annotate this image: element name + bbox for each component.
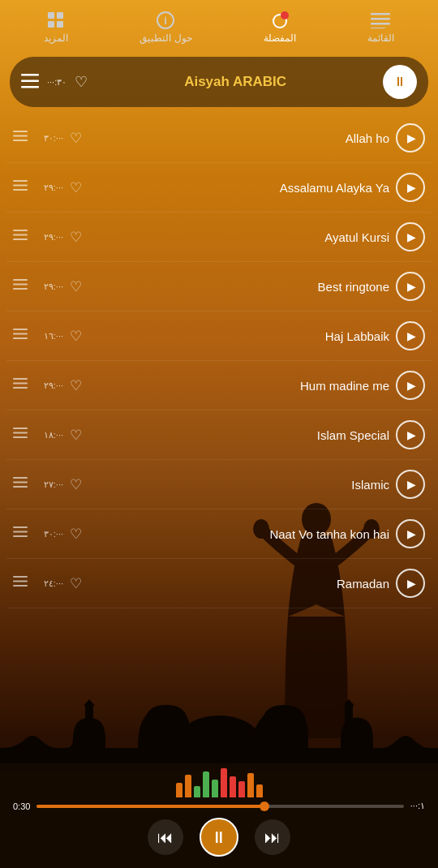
song-duration: ···:٣٠ [39, 133, 63, 144]
next-button[interactable]: ⏭ [255, 819, 290, 855]
svg-rect-37 [13, 333, 28, 335]
nav-label-about: حول التطبيق [140, 32, 191, 44]
song-heart-icon[interactable]: ♡ [70, 377, 88, 394]
song-menu-icon [13, 328, 32, 343]
play-icon: ▶ [407, 181, 416, 194]
song-play-button[interactable]: ▶ [396, 569, 425, 598]
song-duration: ···:٣٠ [39, 529, 63, 539]
nav-item-more[interactable]: المزيد [44, 11, 68, 44]
svg-rect-46 [13, 482, 28, 483]
eq-bar-7 [230, 776, 236, 797]
song-heart-icon[interactable]: ♡ [70, 130, 88, 147]
song-play-button[interactable]: ▶ [396, 470, 425, 499]
song-row-5: ···:١٦ ♡ Haj Labbaik ▶ [6, 312, 432, 361]
nav-label-favorites: المفضلة [264, 32, 296, 44]
nav-label-queue: القائمة [367, 32, 394, 44]
song-heart-icon[interactable]: ♡ [70, 427, 88, 444]
pause-icon: ⏸ [393, 75, 406, 89]
svg-rect-25 [13, 135, 28, 137]
play-icon: ▶ [407, 230, 416, 243]
song-menu-icon [13, 179, 32, 195]
queue-icon [369, 11, 392, 29]
eq-bar-5 [212, 780, 218, 797]
info-icon: i [154, 11, 177, 29]
eq-bar-6 [221, 768, 227, 797]
pause-button[interactable]: ⏸ [200, 818, 238, 857]
nav-item-about[interactable]: i حول التطبيق [140, 11, 191, 44]
svg-rect-11 [48, 21, 54, 28]
svg-rect-27 [13, 180, 28, 182]
song-duration: ···:٢٤ [39, 578, 63, 589]
svg-point-16 [281, 11, 289, 19]
svg-rect-36 [13, 329, 28, 330]
song-heart-icon[interactable]: ♡ [70, 328, 88, 345]
svg-rect-39 [13, 378, 28, 380]
song-play-button[interactable]: ▶ [396, 321, 425, 350]
more-icon [45, 11, 67, 29]
svg-rect-9 [48, 12, 54, 19]
current-time: 0:30 [13, 801, 30, 811]
progress-bar[interactable] [36, 805, 403, 808]
eq-bar-2 [185, 775, 191, 797]
song-play-button[interactable]: ▶ [396, 420, 425, 449]
svg-text:i: i [165, 15, 168, 27]
song-row-1: ···:٣٠ ♡ Allah ho ▶ [6, 114, 432, 163]
prev-icon: ⏮ [157, 828, 174, 847]
prev-button[interactable]: ⏮ [148, 819, 183, 855]
song-title: Allah ho [94, 131, 389, 145]
song-play-button[interactable]: ▶ [396, 173, 425, 202]
song-heart-icon[interactable]: ♡ [70, 575, 88, 592]
song-row-7: ···:١٨ ♡ Islam Special ▶ [6, 410, 432, 460]
eq-bar-10 [256, 784, 263, 797]
svg-rect-52 [13, 581, 28, 582]
song-title: Naat Vo tanha kon hai [94, 527, 389, 541]
song-play-button[interactable]: ▶ [396, 371, 425, 400]
svg-rect-40 [13, 383, 28, 385]
song-row-10: ···:٢٤ ♡ Ramadan ▶ [6, 559, 432, 608]
play-icon: ▶ [407, 527, 416, 540]
song-title: Haj Labbaik [94, 329, 389, 343]
song-heart-icon[interactable]: ♡ [70, 179, 88, 196]
song-heart-icon[interactable]: ♡ [70, 526, 88, 543]
song-heart-icon[interactable]: ♡ [70, 476, 88, 493]
song-title: Hum madine me [94, 379, 389, 393]
nav-label-more: المزيد [44, 32, 68, 44]
svg-rect-24 [13, 131, 28, 132]
song-heart-icon[interactable]: ♡ [70, 229, 88, 246]
song-menu-icon [13, 229, 32, 244]
song-heart-icon[interactable]: ♡ [70, 278, 88, 295]
song-play-button[interactable]: ▶ [396, 519, 425, 548]
equalizer [13, 768, 425, 797]
now-playing-heart[interactable]: ♡ [75, 73, 88, 91]
song-play-button[interactable]: ▶ [396, 272, 425, 301]
hamburger-icon[interactable] [21, 74, 39, 91]
song-title: Islamic [94, 478, 389, 492]
svg-rect-19 [371, 23, 390, 25]
svg-rect-47 [13, 486, 28, 488]
svg-rect-42 [13, 428, 28, 429]
eq-bar-3 [194, 786, 200, 797]
song-duration: ···:٢٩ [39, 380, 63, 391]
play-icon: ▶ [407, 131, 416, 144]
now-playing-pause-button[interactable]: ⏸ [383, 65, 417, 99]
song-play-button[interactable]: ▶ [396, 123, 425, 153]
song-title: Ramadan [94, 577, 389, 591]
favorites-icon [268, 11, 291, 29]
svg-rect-50 [13, 535, 28, 537]
svg-rect-29 [13, 189, 28, 191]
song-play-button[interactable]: ▶ [396, 222, 425, 251]
svg-rect-32 [13, 238, 28, 240]
progress-row: 0:30 ···:١ [13, 801, 425, 811]
song-duration: ···:٢٩ [39, 232, 63, 243]
play-icon: ▶ [407, 379, 416, 392]
svg-rect-10 [57, 12, 63, 19]
nav-item-queue[interactable]: القائمة [367, 11, 394, 44]
song-duration: ···:١٨ [39, 430, 63, 440]
song-menu-icon [13, 278, 32, 294]
svg-rect-34 [13, 284, 28, 286]
nav-item-favorites[interactable]: المفضلة [264, 11, 296, 44]
mosque-silhouette [0, 699, 438, 772]
bottom-player: 0:30 ···:١ ⏮ ⏸ ⏭ [0, 763, 438, 868]
play-icon: ▶ [407, 577, 416, 590]
song-row-2: ···:٢٩ ♡ Assalamu Alayka Ya ▶ [6, 163, 432, 213]
